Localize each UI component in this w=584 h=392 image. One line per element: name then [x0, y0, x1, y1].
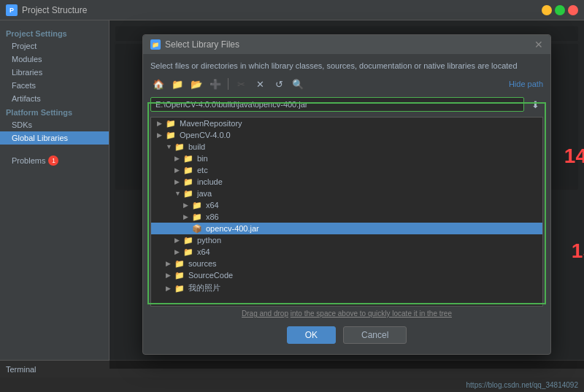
sidebar-item-problems[interactable]: Problems 1 [0, 153, 109, 168]
main-layout: Project Settings Project Modules Librari… [0, 20, 584, 369]
toolbar-refresh-btn[interactable]: ↺ [271, 76, 287, 92]
maximize-button[interactable]: □ [555, 5, 565, 15]
dialog-hint: Drag and drop into the space above to qu… [150, 307, 543, 320]
tree-item-java-x64[interactable]: ▶ 📁 x64 [151, 199, 542, 211]
dialog-ok-button[interactable]: OK [287, 326, 336, 344]
file-tree[interactable]: ▶ 📁 MavenRepository ▶ 📁 OpenCV-4.0.0 [150, 117, 543, 307]
project-settings-section: Project Settings [0, 26, 109, 39]
dialog-buttons: OK Cancel [150, 320, 543, 347]
sidebar: Project Settings Project Modules Librari… [0, 20, 110, 369]
close-button[interactable]: × [568, 5, 578, 15]
hint-text: into the space above to quickly locate i… [291, 310, 452, 318]
sidebar-item-artifacts[interactable]: Artifacts [0, 92, 109, 105]
sidebar-item-facets[interactable]: Facets [0, 79, 109, 92]
dialog-title-bar: 📁 Select Library Files ✕ [143, 35, 550, 54]
status-bar: https://blog.csdn.net/qq_34814092 [0, 377, 584, 392]
toolbar-search-btn[interactable]: 🔍 [290, 76, 306, 92]
tree-item-opencv400[interactable]: ▶ 📁 OpenCV-4.0.0 [151, 129, 542, 141]
title-bar: P Project Structure − □ × [0, 0, 584, 20]
tree-item-java[interactable]: ▼ 📁 java [151, 188, 542, 199]
minimize-button[interactable]: − [542, 5, 552, 15]
title-bar-controls: − □ × [542, 5, 578, 15]
tree-item-photos[interactable]: ▶ 📁 我的照片 [151, 281, 542, 295]
annotation-15: 15 [572, 239, 584, 263]
tree-item-build-x64[interactable]: ▶ 📁 x64 [151, 246, 542, 258]
terminal-label: Terminal [6, 365, 36, 374]
hide-path-link[interactable]: Hide path [509, 80, 543, 88]
tree-item-java-x86[interactable]: ▶ 📁 x86 [151, 211, 542, 223]
sidebar-item-modules[interactable]: Modules [0, 53, 109, 66]
content-area: 📁 Select Library Files ✕ Select files or… [110, 20, 584, 369]
tree-item-include[interactable]: ▶ 📁 include [151, 176, 542, 188]
tree-item-bin[interactable]: ▶ 📁 bin [151, 153, 542, 164]
sidebar-item-project[interactable]: Project [0, 39, 109, 53]
dialog-title-left: 📁 Select Library Files [150, 39, 239, 50]
sidebar-item-global-libraries[interactable]: Global Libraries [0, 131, 109, 145]
toolbar-separator-1 [228, 78, 228, 90]
file-toolbar: 🏠 📁 📂 ➕ ✂ ✕ ↺ 🔍 Hide path [150, 76, 543, 92]
sidebar-item-libraries[interactable]: Libraries [0, 66, 109, 79]
path-input-row: ⬇ [150, 96, 543, 112]
status-url: https://blog.csdn.net/qq_34814092 [466, 381, 578, 389]
dialog-cancel-button[interactable]: Cancel [343, 326, 407, 344]
tree-item-opencv-jar[interactable]: 📦 opencv-400.jar [151, 223, 542, 234]
hint-drag-drop: Drag and drop [242, 310, 288, 318]
dialog-title: Select Library Files [165, 39, 239, 50]
tree-item-sources[interactable]: ▶ 📁 sources [151, 258, 542, 269]
app-icon: P [6, 4, 18, 16]
annotation-14: 14 [564, 145, 584, 168]
select-library-dialog: 📁 Select Library Files ✕ Select files or… [142, 34, 551, 355]
toolbar-folder-btn[interactable]: 📁 [169, 76, 185, 92]
platform-settings-section: Platform Settings [0, 105, 109, 118]
toolbar-home-btn[interactable]: 🏠 [150, 76, 166, 92]
toolbar-delete-btn[interactable]: ✕ [252, 76, 268, 92]
toolbar-add-btn[interactable]: ➕ [207, 76, 223, 92]
toolbar-newfolder-btn[interactable]: 📂 [188, 76, 204, 92]
tree-item-build[interactable]: ▼ 📁 build [151, 141, 542, 153]
dialog-description: Select files or directories in which lib… [150, 61, 543, 70]
sidebar-item-sdks[interactable]: SDKs [0, 118, 109, 131]
tree-item-python[interactable]: ▶ 📁 python [151, 234, 542, 246]
dialog-body: Select files or directories in which lib… [143, 54, 550, 354]
dialog-overlay: 📁 Select Library Files ✕ Select files or… [110, 20, 584, 369]
toolbar-cut-btn[interactable]: ✂ [233, 76, 249, 92]
path-download-btn[interactable]: ⬇ [527, 96, 543, 112]
tree-item-etc[interactable]: ▶ 📁 etc [151, 164, 542, 176]
dialog-icon: 📁 [150, 39, 161, 50]
problems-badge: 1 [48, 155, 58, 166]
title-bar-text: Project Structure [22, 5, 542, 15]
tree-item-mavenrepository[interactable]: ▶ 📁 MavenRepository [151, 118, 542, 129]
tree-item-sourcecode[interactable]: ▶ 📁 SourceCode [151, 269, 542, 281]
path-input[interactable] [150, 97, 524, 112]
dialog-close-button[interactable]: ✕ [534, 39, 543, 50]
